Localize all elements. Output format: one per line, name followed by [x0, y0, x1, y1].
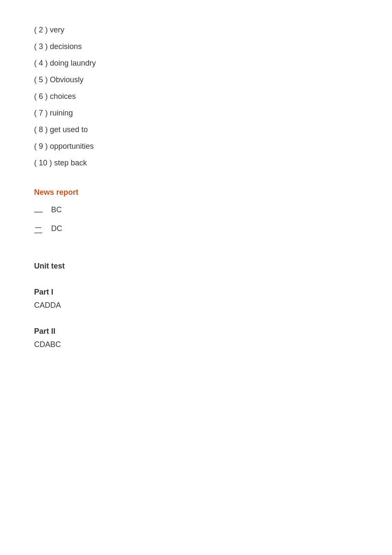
news-item: 二DC	[34, 224, 358, 236]
news-item-dash: —	[34, 205, 44, 217]
list-item: ( 2 ) very	[34, 26, 358, 35]
numbered-list: ( 2 ) very( 3 ) decisions( 4 ) doing lau…	[34, 26, 358, 168]
news-report-section: News report —BC二DC	[34, 188, 358, 236]
part-answer: CADDA	[34, 301, 358, 310]
part-title: Part II	[34, 327, 358, 336]
part-section: Part ICADDA	[34, 288, 358, 310]
part-title: Part I	[34, 288, 358, 297]
news-item-text: BC	[51, 205, 62, 214]
part-section: Part IICDABC	[34, 327, 358, 349]
list-item: ( 4 ) doing laundry	[34, 59, 358, 68]
unit-test-section: Unit test Part ICADDAPart IICDABC	[34, 262, 358, 349]
list-item: ( 9 ) opportunities	[34, 142, 358, 151]
list-item: ( 10 ) step back	[34, 159, 358, 168]
list-item: ( 8 ) get used to	[34, 125, 358, 134]
list-item: ( 6 ) choices	[34, 92, 358, 101]
list-item: ( 7 ) ruining	[34, 109, 358, 118]
list-item: ( 3 ) decisions	[34, 42, 358, 51]
unit-test-title: Unit test	[34, 262, 358, 271]
news-item-text: DC	[51, 224, 62, 233]
news-item-dash: 二	[34, 224, 44, 236]
part-answer: CDABC	[34, 340, 358, 349]
news-item: —BC	[34, 205, 358, 217]
list-item: ( 5 ) Obviously	[34, 75, 358, 84]
news-report-title: News report	[34, 188, 358, 197]
